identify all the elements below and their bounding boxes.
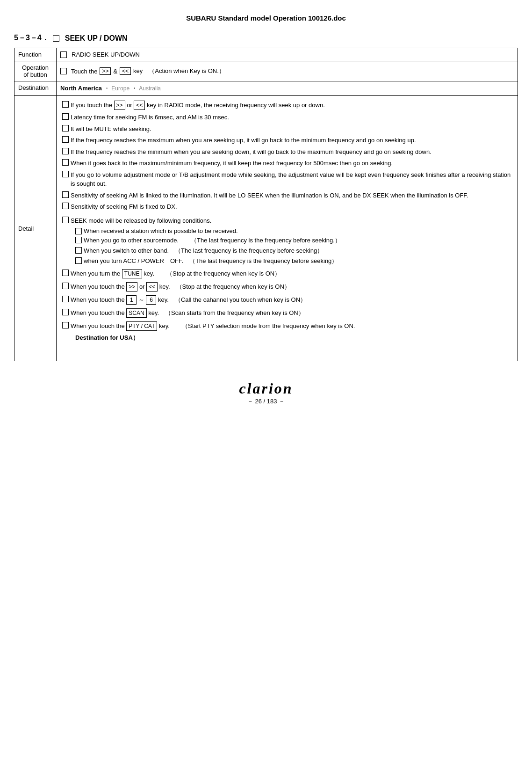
- destination-australia: Australia: [139, 85, 161, 92]
- detail-text-2: Latency time for seeking FM is 6msec, an…: [71, 113, 512, 122]
- seek-sub-2: When you go to other sourcemode. （The la…: [75, 236, 512, 245]
- seek-key-fwd: >>: [126, 282, 137, 292]
- seek-sub-checkbox-4: [75, 257, 82, 264]
- seek-key-back: <<: [146, 282, 158, 292]
- section-title-text: SEEK UP / DOWN: [65, 34, 128, 43]
- function-checkbox: [60, 51, 67, 58]
- detail-item-6: When it goes back to the maximum/minimum…: [62, 159, 512, 168]
- tune-key-checkbox: [62, 270, 69, 276]
- function-label: Function: [14, 48, 57, 61]
- detail-text-8: Sensitivity of seeking AM is linked to t…: [71, 191, 512, 200]
- detail-text-3: It will be MUTE while seeking.: [71, 124, 512, 134]
- detail-item-4: If the frequency reaches the maximum whe…: [62, 136, 512, 145]
- brand-name: clarion: [14, 380, 518, 397]
- operation-label-text: Operationof button: [18, 64, 52, 78]
- operation-content: Touch the >> & << key （Action when Key i…: [57, 61, 518, 81]
- detail-seek-header: SEEK mode will be released by following …: [62, 216, 512, 226]
- detail-item-2: Latency time for seeking FM is 6msec, an…: [62, 113, 512, 122]
- destination-note: Destination for USA）: [75, 334, 512, 342]
- destination-row: Destination North America ・ Europe ・ Aus…: [14, 81, 518, 96]
- detail-checkbox-7: [62, 171, 69, 177]
- detail-row: Detail If you touch the >> or << key in …: [14, 96, 518, 361]
- detail-item-8: Sensitivity of seeking AM is linked to t…: [62, 191, 512, 200]
- pty-key-text: When you touch the PTY / CAT key. （Start…: [71, 321, 512, 331]
- seek-sub-text-2: When you go to other sourcemode. （The la…: [84, 236, 341, 245]
- destination-label: Destination: [14, 81, 57, 96]
- detail-item-5: If the frequency reaches the minimum whe…: [62, 147, 512, 157]
- operation-row: Operationof button Touch the >> & << key…: [14, 61, 518, 81]
- operation-suffix: key （Action when Key is ON.）: [133, 67, 225, 75]
- operation-checkbox: [60, 68, 67, 74]
- seek-sub-checkbox-2: [75, 237, 82, 243]
- seek-sub-checkbox-1: [75, 228, 82, 234]
- channel-key-text: When you touch the 1 ～ 6 key. （Call the …: [71, 295, 512, 305]
- scan-key-checkbox: [62, 309, 69, 315]
- operation-key2: <<: [120, 67, 131, 75]
- scan-key-row: When you touch the SCAN key. （Scan start…: [62, 308, 512, 318]
- channel-key-row: When you touch the 1 ～ 6 key. （Call the …: [62, 295, 512, 305]
- detail-checkbox-2: [62, 113, 69, 120]
- detail-item-7: If you go to volume adjustment mode or T…: [62, 170, 512, 189]
- section-heading: 5－3－4． SEEK UP / DOWN: [14, 33, 518, 43]
- operation-prefix: Touch the: [71, 68, 97, 75]
- detail-label: Detail: [14, 96, 57, 361]
- seek-key-text: When you touch the >> or << key. （Stop a…: [71, 282, 512, 292]
- detail-checkbox-3: [62, 125, 69, 131]
- pty-key-checkbox: [62, 322, 69, 328]
- detail-checkbox-4: [62, 136, 69, 143]
- destination-content: North America ・ Europe ・ Australia: [57, 81, 518, 96]
- seek-header-text: SEEK mode will be released by following …: [71, 216, 512, 226]
- seek-sub-checkbox-3: [75, 247, 82, 254]
- channel-key-1: 1: [126, 295, 137, 305]
- detail-checkbox-9: [62, 203, 69, 209]
- destination-note-text: Destination for USA）: [75, 334, 139, 341]
- tune-key-text: When you turn the TUNE key. （Stop at the…: [71, 269, 512, 278]
- seek-key-checkbox: [62, 283, 69, 289]
- detail-checkbox-1: [62, 101, 69, 108]
- key-back-1: <<: [134, 101, 145, 110]
- main-table: Function RADIO SEEK UP/DOWN Operationof …: [14, 48, 518, 361]
- operation-label-cell: Operationof button: [14, 61, 57, 81]
- pty-key: PTY / CAT: [126, 321, 157, 331]
- seek-sub-text-1: When received a station which is possibl…: [84, 227, 238, 234]
- seek-key-row: When you touch the >> or << key. （Stop a…: [62, 282, 512, 292]
- seek-sub-1: When received a station which is possibl…: [75, 227, 512, 234]
- section-number: 5－3－4．: [14, 33, 49, 43]
- seek-sub-text-3: When you switch to other band. （The last…: [84, 247, 323, 255]
- footer: clarion － 26 / 183 －: [14, 380, 518, 406]
- destination-sep2: ・: [131, 85, 137, 92]
- destination-sep1: ・: [104, 85, 110, 92]
- detail-text-6: When it goes back to the maximum/minimum…: [71, 159, 512, 168]
- scan-key: SCAN: [126, 308, 146, 318]
- destination-europe: Europe: [111, 85, 129, 92]
- detail-text-9: Sensitivity of seeking FM is fixed to DX…: [71, 202, 512, 211]
- detail-text-4: If the frequency reaches the maximum whe…: [71, 136, 512, 145]
- doc-title: SUBARU Standard model Operation 100126.d…: [14, 14, 518, 22]
- detail-text-1: If you touch the >> or << key in RADIO m…: [71, 101, 512, 110]
- detail-checkbox-5: [62, 148, 69, 154]
- detail-text-7: If you go to volume adjustment mode or T…: [71, 170, 512, 189]
- seek-header-checkbox: [62, 217, 69, 223]
- scan-key-text: When you touch the SCAN key. （Scan start…: [71, 308, 512, 318]
- function-text: RADIO SEEK UP/DOWN: [72, 51, 140, 58]
- function-content: RADIO SEEK UP/DOWN: [57, 48, 518, 61]
- channel-key-6: 6: [146, 295, 156, 305]
- seek-sub-3: When you switch to other band. （The last…: [75, 247, 512, 255]
- detail-content: If you touch the >> or << key in RADIO m…: [57, 96, 518, 361]
- seek-sub-4: when you turn ACC / POWER OFF. （The last…: [75, 257, 512, 265]
- section-heading-checkbox: [53, 35, 59, 42]
- detail-item-9: Sensitivity of seeking FM is fixed to DX…: [62, 202, 512, 211]
- seek-sub-text-4: when you turn ACC / POWER OFF. （The last…: [84, 257, 338, 265]
- detail-item-3: It will be MUTE while seeking.: [62, 124, 512, 134]
- pty-key-row: When you touch the PTY / CAT key. （Start…: [62, 321, 512, 331]
- destination-north: North America: [60, 85, 102, 92]
- tune-key-row: When you turn the TUNE key. （Stop at the…: [62, 269, 512, 278]
- function-row: Function RADIO SEEK UP/DOWN: [14, 48, 518, 61]
- operation-key1: >>: [100, 67, 111, 75]
- tune-key: TUNE: [122, 269, 142, 278]
- detail-text-5: If the frequency reaches the minimum whe…: [71, 147, 512, 157]
- detail-checkbox-6: [62, 159, 69, 166]
- key-forward-1: >>: [114, 101, 125, 110]
- detail-checkbox-8: [62, 191, 69, 198]
- detail-item-1: If you touch the >> or << key in RADIO m…: [62, 101, 512, 110]
